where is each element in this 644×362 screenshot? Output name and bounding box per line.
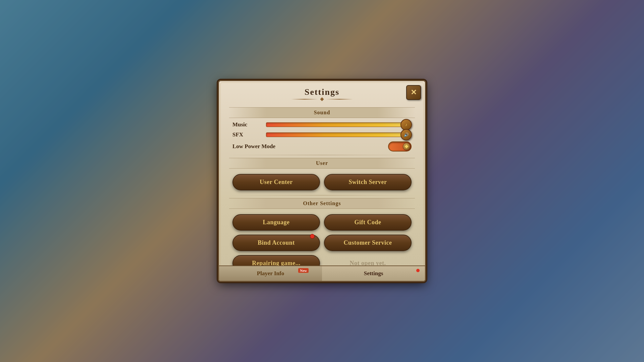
sfx-slider-container[interactable]: 🔊 <box>266 132 412 137</box>
tab-settings[interactable]: Settings <box>322 266 425 281</box>
other-settings-section-header: Other Settings <box>229 198 415 209</box>
divider-1 <box>229 155 415 155</box>
modal-wrapper: Settings ✕ Sound Music ♪ <box>218 80 426 282</box>
music-slider-track[interactable]: ♪ <box>266 122 412 127</box>
music-note-icon: ♪ <box>405 122 407 127</box>
music-label: Music <box>232 121 259 128</box>
title-line-left <box>291 99 318 100</box>
bind-account-button[interactable]: Bind Account <box>232 235 320 251</box>
music-row: Music ♪ <box>232 121 412 128</box>
language-button[interactable]: Language <box>232 214 320 231</box>
switch-server-button[interactable]: Switch Server <box>324 174 412 190</box>
user-buttons-grid: User Center Switch Server <box>219 171 425 193</box>
gift-code-button[interactable]: Gift Code <box>324 214 412 231</box>
player-info-tab-label: Player Info <box>257 270 284 277</box>
red-dot-indicator <box>416 269 420 272</box>
other-settings-buttons-grid: Language Gift Code Bind Account Customer… <box>219 212 425 274</box>
sfx-slider-track[interactable]: 🔊 <box>266 132 412 137</box>
customer-service-button[interactable]: Customer Service <box>324 235 412 251</box>
user-center-button[interactable]: User Center <box>232 174 320 190</box>
new-badge: New <box>298 268 309 273</box>
music-slider-container[interactable]: ♪ <box>266 122 412 127</box>
tab-player-info[interactable]: New Player Info <box>219 266 322 281</box>
low-power-toggle-container <box>388 141 412 152</box>
low-power-row: Low Power Mode <box>232 141 412 152</box>
sfx-row: SFX 🔊 <box>232 131 412 138</box>
title-line-right <box>326 99 353 100</box>
title-decoration <box>226 98 418 101</box>
sfx-slider-thumb[interactable]: 🔊 <box>400 129 412 140</box>
low-power-toggle[interactable] <box>388 141 412 152</box>
speaker-icon: 🔊 <box>404 132 409 137</box>
user-section-header: User <box>229 158 415 169</box>
music-slider-thumb[interactable]: ♪ <box>400 119 412 130</box>
toggle-knob <box>403 143 410 150</box>
divider-2 <box>229 195 415 195</box>
sound-settings-content: Music ♪ SFX 🔊 <box>219 121 425 152</box>
sound-section-label: Sound <box>314 110 330 115</box>
toggle-diamond-icon <box>405 144 408 148</box>
sfx-label: SFX <box>232 131 259 138</box>
modal-title: Settings <box>226 87 418 97</box>
modal-title-area: Settings <box>219 81 425 105</box>
settings-modal: Settings ✕ Sound Music ♪ <box>218 80 426 282</box>
close-icon: ✕ <box>411 88 417 97</box>
bottom-tabs: New Player Info Settings <box>219 265 425 281</box>
user-section-label: User <box>316 160 328 166</box>
other-settings-label: Other Settings <box>303 200 341 206</box>
low-power-label: Low Power Mode <box>232 143 275 150</box>
settings-tab-label: Settings <box>364 270 383 277</box>
close-button[interactable]: ✕ <box>406 85 421 100</box>
sound-section-header: Sound <box>229 107 415 118</box>
title-diamond-icon <box>320 97 324 101</box>
